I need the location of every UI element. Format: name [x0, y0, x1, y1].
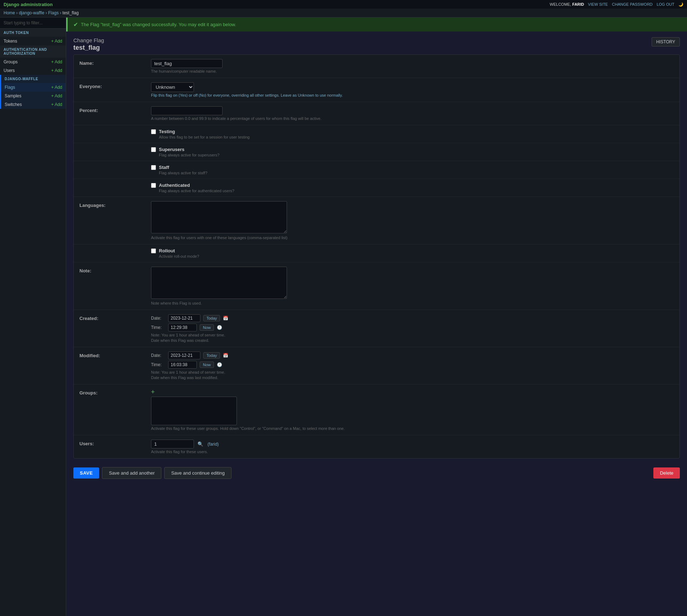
sidebar-add-samples[interactable]: + Add — [51, 93, 62, 98]
created-date-label: Date: — [151, 316, 165, 321]
sidebar-filter-input[interactable] — [0, 18, 66, 29]
languages-label: Languages: — [79, 201, 151, 208]
created-today-button[interactable]: Today — [203, 315, 220, 321]
topbar: Django administration WELCOME, FARID VIE… — [0, 0, 687, 9]
object-name: test_flag — [73, 44, 104, 52]
groups-label: Groups: — [79, 389, 151, 396]
sidebar-item-label-switches: Switches — [5, 102, 22, 107]
modified-field: Date: Today 📅 Time: Now 🕐 Note: You are … — [151, 351, 674, 380]
sidebar-item-users[interactable]: Users + Add — [0, 66, 66, 75]
view-site-link[interactable]: VIEW SITE — [588, 2, 608, 6]
form-row-rollout: Rollout Activate roll-out mode? — [74, 244, 679, 262]
breadcrumb-current: test_flag — [63, 10, 79, 15]
rollout-label[interactable]: Rollout — [151, 248, 674, 253]
sidebar-item-samples[interactable]: Samples + Add — [0, 92, 66, 100]
testing-label[interactable]: Testing — [151, 129, 674, 134]
superusers-help: Flag always active for superusers? — [159, 153, 674, 157]
modified-time-row: Time: Now 🕐 — [151, 361, 674, 369]
everyone-select[interactable]: Unknown Yes No — [151, 82, 194, 92]
change-password-link[interactable]: CHANGE PASSWORD — [612, 2, 652, 6]
created-date-row: Date: Today 📅 — [151, 314, 674, 322]
form-container: Name: The human/computer readable name. … — [73, 54, 680, 459]
theme-toggle-icon[interactable]: 🌙 — [678, 2, 683, 6]
form-row-groups: Groups: + Activate this flag for these u… — [74, 384, 679, 435]
log-out-link[interactable]: LOG OUT — [657, 2, 674, 6]
flip-link[interactable]: Flip this flag on (Yes) or off (No) for … — [151, 93, 343, 97]
breadcrumb-section[interactable]: Flags — [48, 10, 59, 15]
modified-time-label: Time: — [151, 362, 165, 367]
created-calendar-icon[interactable]: 📅 — [223, 316, 228, 321]
modified-calendar-icon[interactable]: 📅 — [223, 353, 228, 358]
created-field: Date: Today 📅 Time: Now 🕐 Note: You are … — [151, 314, 674, 343]
created-time-row: Time: Now 🕐 — [151, 324, 674, 331]
testing-checkbox[interactable] — [151, 129, 156, 134]
modified-date-input[interactable] — [168, 351, 200, 359]
everyone-label: Everyone: — [79, 82, 151, 89]
sidebar-item-flags[interactable]: Flags + Add — [0, 83, 66, 92]
users-input[interactable] — [151, 440, 194, 448]
groups-field: + Activate this flag for these user grou… — [151, 389, 674, 431]
groups-select[interactable] — [151, 397, 237, 425]
authenticated-checkbox[interactable] — [151, 183, 156, 188]
sidebar-add-users[interactable]: + Add — [51, 68, 62, 73]
testing-help: Allow this flag to be set for a session … — [159, 135, 674, 139]
modified-clock-icon[interactable]: 🕐 — [217, 362, 222, 367]
staff-label[interactable]: Staff — [151, 165, 674, 170]
staff-help: Flag always active for staff? — [159, 171, 674, 175]
created-now-button[interactable]: Now — [200, 324, 214, 331]
groups-help: Activate this flag for these user groups… — [151, 426, 674, 431]
page-title-row: Change Flag test_flag HISTORY — [73, 37, 680, 52]
sidebar-add-groups[interactable]: + Add — [51, 59, 62, 64]
modified-now-button[interactable]: Now — [200, 362, 214, 368]
form-row-superusers: Superusers Flag always active for superu… — [74, 143, 679, 161]
form-row-note: Note: Note where this Flag is used. — [74, 262, 679, 310]
staff-label-text: Staff — [159, 165, 169, 170]
welcome-text: WELCOME, FARID — [550, 2, 585, 6]
staff-checkbox[interactable] — [151, 165, 156, 170]
created-clock-icon[interactable]: 🕐 — [217, 325, 222, 330]
authenticated-help: Flag always active for authenticated use… — [159, 189, 674, 193]
note-textarea[interactable] — [151, 267, 287, 299]
percent-input[interactable] — [151, 106, 223, 115]
users-label: Users: — [79, 440, 151, 446]
sidebar-add-flags[interactable]: + Add — [51, 85, 62, 90]
history-button[interactable]: HISTORY — [652, 37, 680, 47]
note-help: Note where this Flag is used. — [151, 301, 674, 305]
everyone-field: Unknown Yes No Flip this flag on (Yes) o… — [151, 82, 674, 97]
sidebar-add-switches[interactable]: + Add — [51, 102, 62, 107]
languages-help: Activate this flag for users with one of… — [151, 236, 674, 240]
breadcrumb-app[interactable]: django-waffle — [19, 10, 44, 15]
superusers-label[interactable]: Superusers — [151, 147, 674, 152]
username-label: FARID — [572, 2, 584, 6]
name-field: The human/computer readable name. — [151, 59, 674, 73]
save-continue-button[interactable]: Save and continue editing — [164, 467, 232, 479]
rollout-checkbox[interactable] — [151, 248, 156, 253]
modified-time-input[interactable] — [168, 361, 197, 369]
note-label: Note: — [79, 267, 151, 273]
sidebar-item-label-tokens: Tokens — [4, 39, 17, 44]
delete-button[interactable]: Delete — [653, 467, 680, 479]
superusers-checkbox[interactable] — [151, 147, 156, 152]
name-help: The human/computer readable name. — [151, 69, 674, 73]
created-time-input[interactable] — [168, 324, 197, 331]
name-input[interactable] — [151, 59, 223, 68]
sidebar-add-tokens[interactable]: + Add — [51, 39, 62, 44]
add-group-button[interactable]: + — [151, 389, 155, 395]
sidebar-item-groups[interactable]: Groups + Add — [0, 58, 66, 66]
breadcrumb-home[interactable]: Home — [4, 10, 15, 15]
sidebar-item-tokens[interactable]: Tokens + Add — [0, 37, 66, 45]
name-label: Name: — [79, 59, 151, 66]
created-label: Created: — [79, 314, 151, 321]
save-button[interactable]: SAVE — [73, 467, 99, 479]
users-current-label: (farid) — [208, 442, 219, 447]
sidebar-item-switches[interactable]: Switches + Add — [0, 100, 66, 109]
authenticated-label[interactable]: Authenticated — [151, 183, 674, 188]
modified-today-button[interactable]: Today — [203, 352, 220, 359]
save-add-button[interactable]: Save and add another — [102, 467, 161, 479]
created-date-input[interactable] — [168, 314, 200, 322]
form-row-authenticated: Authenticated Flag always active for aut… — [74, 179, 679, 197]
sidebar-item-label-samples: Samples — [5, 93, 21, 98]
form-row-everyone: Everyone: Unknown Yes No Flip this flag … — [74, 78, 679, 102]
languages-textarea[interactable] — [151, 201, 287, 233]
users-search-icon[interactable]: 🔍 — [198, 441, 203, 447]
